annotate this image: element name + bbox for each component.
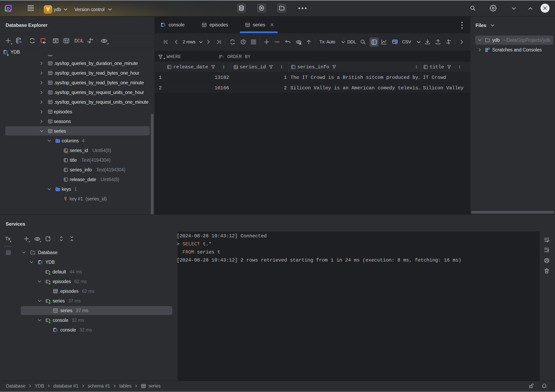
svg-text:DG: DG [7, 7, 10, 9]
